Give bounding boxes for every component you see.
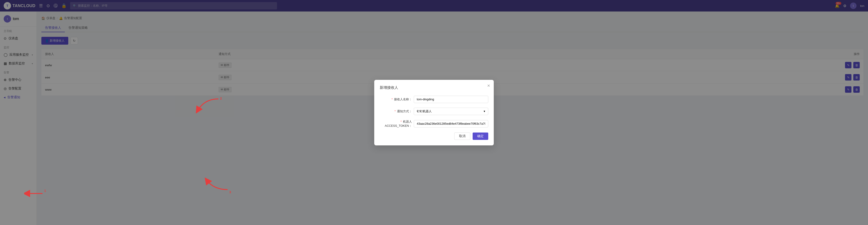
notify-method-value: 钉钉机器人 (417, 109, 432, 113)
notify-label-text: 通知方式： (397, 110, 412, 113)
notify-method-select[interactable]: 钉钉机器人 ▾ (414, 108, 488, 115)
required-star-notify: * (395, 110, 396, 113)
form-row-token: * 机器人ACCESS_TOKEN： (380, 120, 488, 128)
add-receiver-modal: 新增接收人 ✕ * 接收人名称： * 通知方式： 钉钉机器人 ▾ * (374, 80, 494, 145)
form-row-notify: * 通知方式： 钉钉机器人 ▾ (380, 108, 488, 115)
modal-overlay[interactable]: 新增接收人 ✕ * 接收人名称： * 通知方式： 钉钉机器人 ▾ * (0, 0, 868, 225)
select-arrow-icon: ▾ (484, 110, 485, 113)
modal-title: 新增接收人 (380, 85, 488, 90)
name-label-text: 接收人名称： (394, 97, 412, 101)
modal-close-button[interactable]: ✕ (487, 84, 490, 88)
name-input[interactable] (414, 96, 488, 103)
confirm-button[interactable]: 确定 (473, 133, 488, 140)
required-star-name: * (392, 97, 393, 101)
token-input[interactable] (414, 120, 488, 128)
cancel-button[interactable]: 取消 (454, 133, 470, 140)
required-star-token: * (400, 120, 402, 123)
form-row-name: * 接收人名称： (380, 96, 488, 103)
modal-footer: 取消 确定 (380, 133, 488, 140)
name-label: * 接收人名称： (380, 97, 412, 102)
token-label-text: 机器人ACCESS_TOKEN： (385, 120, 412, 128)
notify-label: * 通知方式： (380, 109, 412, 113)
token-label: * 机器人ACCESS_TOKEN： (380, 120, 412, 128)
